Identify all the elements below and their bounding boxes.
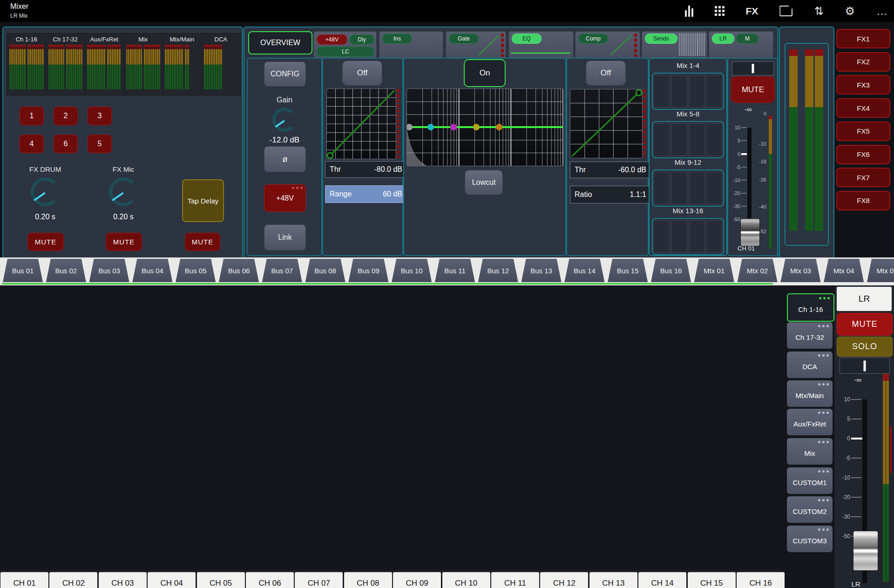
comp-state-button[interactable]: Off [586,61,626,86]
scene-button-3[interactable]: 3 [88,107,112,125]
mix-send-cell[interactable] [654,172,670,204]
bus-tab-bus-01[interactable]: Bus 01 [3,259,43,282]
sort-arrows-icon[interactable]: ⇅ [814,5,823,18]
channel-select-2[interactable]: CH 02 [49,572,97,588]
tab-gate-group[interactable]: Gate [446,31,506,59]
bus-tab-mtx-05[interactable]: Mtx 05 [867,259,894,282]
bus-tab-bus-16[interactable]: Bus 16 [651,259,691,282]
gate-graph[interactable] [326,88,396,159]
tab-main-group[interactable]: LR M [709,31,773,59]
bus-tab-bus-03[interactable]: Bus 03 [89,259,129,282]
layer-button-dca[interactable]: DCA [787,351,833,378]
channel-select-16[interactable]: CH 16 [737,572,785,588]
tap-delay-button[interactable]: Tap Delay [182,179,224,222]
gate-threshold-field[interactable]: Thr -80.0 dB [325,161,407,178]
mix-send-cell[interactable] [689,75,705,108]
bus-tab-bus-05[interactable]: Bus 05 [176,259,216,282]
mix-send-cell[interactable] [671,172,687,204]
layer-button-ch-1-16[interactable]: Ch 1-16 [787,293,834,322]
bus-tab-bus-07[interactable]: Bus 07 [262,259,302,282]
fx-slot-button-fx7[interactable]: FX7 [836,168,890,187]
channel-select-3[interactable]: CH 03 [99,572,147,588]
comp-ratio-field[interactable]: Ratio 1.1:1 [570,186,651,203]
bus-tab-bus-09[interactable]: Bus 09 [348,259,388,282]
tab-config-group[interactable]: +48V Dly LC [313,31,377,59]
channel-select-10[interactable]: CH 10 [442,572,490,588]
fader-handle[interactable] [740,218,760,246]
channel-select-5[interactable]: CH 05 [197,572,245,588]
fx-slot-button-fx4[interactable]: FX4 [836,98,890,118]
comp-graph[interactable] [570,89,643,158]
mix-group-box-4[interactable] [652,218,724,255]
fx-icon[interactable]: FX [746,6,759,17]
mix-send-cell[interactable] [706,220,722,253]
overview-button[interactable]: OVERVIEW [248,31,312,54]
layer-button-mtx-main[interactable]: Mtx/Main [787,380,833,407]
bus-tab-mtx-04[interactable]: Mtx 04 [824,259,864,282]
mix-send-cell[interactable] [671,123,687,156]
bus-tab-bus-06[interactable]: Bus 06 [219,259,259,282]
tab-insert-group[interactable]: Ins [379,31,443,59]
mix-group-box-3[interactable] [652,169,724,207]
settings-gear-icon[interactable]: ⚙ [845,5,855,18]
bus-tab-bus-13[interactable]: Bus 13 [522,259,562,282]
scene-button-2[interactable]: 2 [54,107,78,125]
layer-button-ch-17-32[interactable]: Ch 17-32 [787,322,833,349]
folder-icon[interactable] [779,6,792,16]
config-button[interactable]: CONFIG [264,61,306,87]
mix-send-cell[interactable] [689,172,705,204]
fx-slot-button-fx2[interactable]: FX2 [836,52,890,72]
bus-tab-bus-04[interactable]: Bus 04 [132,259,172,282]
link-button[interactable]: Link [264,224,306,250]
phantom-button[interactable]: +48V [264,184,306,212]
layer-button-mix[interactable]: Mix [787,438,833,465]
eq-lowcut-button[interactable]: Lowcut [465,170,503,195]
gain-knob[interactable] [272,108,297,132]
mix-group-box-1[interactable] [652,73,724,110]
eq-graph[interactable] [406,88,563,166]
channel-select-6[interactable]: CH 06 [246,572,294,588]
bus-tab-mtx-03[interactable]: Mtx 03 [780,259,820,282]
pan-control[interactable] [732,61,774,75]
more-icon[interactable]: … [876,5,887,18]
tab-comp-group[interactable]: Comp [575,31,640,59]
mix-group-box-2[interactable] [652,121,724,158]
bus-tab-bus-08[interactable]: Bus 08 [305,259,345,282]
channel-select-11[interactable]: CH 11 [491,572,539,588]
scene-button-6[interactable]: 6 [54,135,78,153]
fx-knob-1[interactable] [31,177,60,206]
layer-button-custom3[interactable]: CUSTOM3 [787,526,833,552]
layer-button-custom1[interactable]: CUSTOM1 [787,467,833,494]
mix-send-cell[interactable] [706,123,722,156]
fx-slot-button-fx3[interactable]: FX3 [836,75,890,95]
bus-tab-bus-12[interactable]: Bus 12 [478,259,518,282]
bus-tab-bus-11[interactable]: Bus 11 [435,259,475,282]
gate-range-field[interactable]: Range 60 dB [325,185,407,203]
channel-select-15[interactable]: CH 15 [688,572,736,588]
layer-button-custom2[interactable]: CUSTOM2 [787,496,833,523]
phase-button[interactable]: ø [264,146,306,172]
fx-mute-button[interactable]: MUTE [27,233,64,251]
channel-select-13[interactable]: CH 13 [589,572,637,588]
mix-send-cell[interactable] [706,172,722,204]
lr-pan-control[interactable] [840,358,890,374]
layer-button-aux-fxret[interactable]: Aux/FxRet [787,409,833,435]
bus-tab-bus-02[interactable]: Bus 02 [46,259,86,282]
lr-solo-button[interactable]: SOLO [837,337,893,357]
fx-knob-2[interactable] [109,177,138,206]
mix-send-cell[interactable] [706,75,722,108]
scene-button-1[interactable]: 1 [20,107,44,125]
bus-tab-bus-10[interactable]: Bus 10 [392,259,432,282]
bus-tab-mtx-01[interactable]: Mtx 01 [694,259,734,282]
mix-send-cell[interactable] [689,123,705,156]
mix-send-cell[interactable] [671,75,687,108]
scene-button-5[interactable]: 5 [88,135,112,153]
bus-tab-mtx-02[interactable]: Mtx 02 [738,259,778,282]
scene-button-4[interactable]: 4 [20,135,44,153]
mix-send-cell[interactable] [671,220,687,253]
channel-select-7[interactable]: CH 07 [295,572,343,588]
lr-mute-button[interactable]: MUTE [837,313,893,336]
channel-select-8[interactable]: CH 08 [344,572,392,588]
meter-bars-icon[interactable] [685,6,693,17]
tab-eq-group[interactable]: EQ [508,31,574,59]
